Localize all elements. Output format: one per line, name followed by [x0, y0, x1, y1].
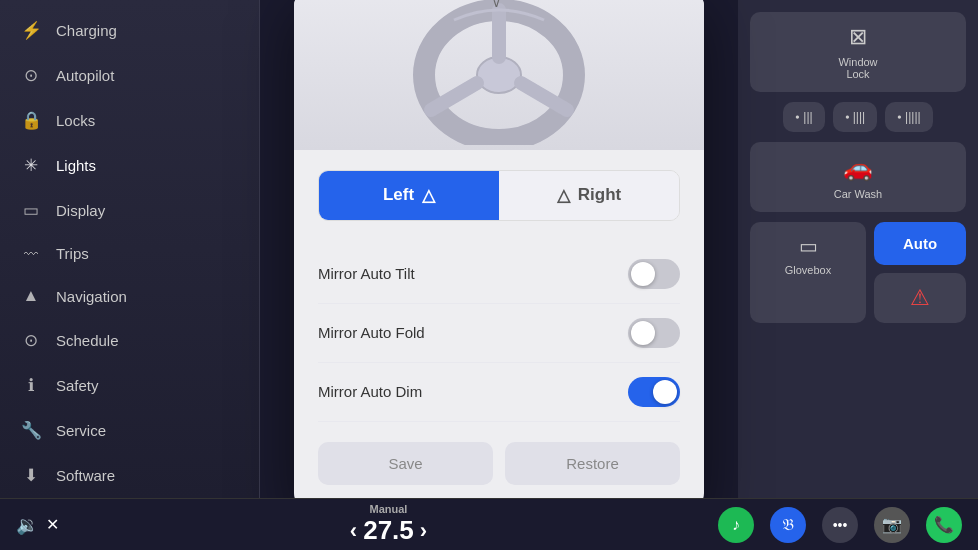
mirror-auto-fold-label: Mirror Auto Fold [318, 324, 425, 341]
sidebar-item-locks[interactable]: 🔒 Locks [0, 98, 259, 143]
navigation-icon: ▲ [20, 286, 42, 306]
sidebar-label-lights: Lights [56, 157, 96, 174]
save-button[interactable]: Save [318, 442, 493, 485]
spotify-icon: ♪ [732, 516, 740, 534]
safety-icon: ℹ [20, 375, 42, 396]
car-wash-icon: 🚗 [843, 154, 873, 182]
steering-illustration: ∨ [294, 0, 704, 150]
phone-button[interactable]: 📞 [926, 507, 962, 543]
mirror-auto-dim-toggle[interactable] [628, 377, 680, 407]
seat-heat-3[interactable]: ⦁ ||||| [885, 102, 933, 132]
window-lock-button[interactable]: ⊠ WindowLock [750, 12, 966, 92]
sidebar: ⚡ Charging ⊙ Autopilot 🔒 Locks ✳ Lights … [0, 0, 260, 498]
warning-button[interactable]: ⚠ [874, 273, 966, 323]
restore-button[interactable]: Restore [505, 442, 680, 485]
sidebar-item-schedule[interactable]: ⊙ Schedule [0, 318, 259, 363]
modal-body: Left △ △ Right Mirror Auto Tilt [294, 150, 704, 485]
glovebox-button[interactable]: ▭ Glovebox [750, 222, 866, 323]
mirror-auto-tilt-thumb [631, 262, 655, 286]
mirror-auto-fold-row: Mirror Auto Fold [318, 304, 680, 363]
mirror-auto-tilt-track [628, 259, 680, 289]
seat-heat-2-icon: ⦁ [845, 110, 849, 124]
seat-heater-row: ⦁ ||| ⦁ |||| ⦁ ||||| [750, 102, 966, 132]
car-wash-label: Car Wash [834, 188, 883, 200]
dots-icon: ••• [833, 517, 848, 533]
right-panel: ⊠ WindowLock ⦁ ||| ⦁ |||| ⦁ ||||| 🚗 Car … [738, 0, 978, 498]
auto-button[interactable]: Auto [874, 222, 966, 265]
warning-icon: ⚠ [910, 285, 930, 311]
seat-heat-2-bars: |||| [853, 110, 865, 124]
sidebar-label-schedule: Schedule [56, 332, 119, 349]
sidebar-label-safety: Safety [56, 377, 99, 394]
right-label: Right [578, 185, 621, 205]
more-button[interactable]: ••• [822, 507, 858, 543]
sidebar-item-safety[interactable]: ℹ Safety [0, 363, 259, 408]
svg-text:∨: ∨ [492, 0, 501, 10]
sidebar-item-software[interactable]: ⬇ Software [0, 453, 259, 498]
seat-heat-1-icon: ⦁ [795, 110, 799, 124]
left-mirror-icon: △ [422, 185, 435, 206]
glovebox-icon: ▭ [799, 234, 818, 258]
sidebar-label-display: Display [56, 202, 105, 219]
window-lock-label: WindowLock [838, 56, 877, 80]
sidebar-label-autopilot: Autopilot [56, 67, 114, 84]
mirror-auto-tilt-label: Mirror Auto Tilt [318, 265, 415, 282]
lights-icon: ✳ [20, 155, 42, 176]
side-selector: Left △ △ Right [318, 170, 680, 221]
bluetooth-icon: 𝔅 [782, 516, 794, 534]
temp-chevron-left[interactable]: ‹ [350, 518, 357, 544]
sidebar-label-software: Software [56, 467, 115, 484]
window-lock-icon: ⊠ [849, 24, 867, 50]
phone-icon: 📞 [934, 515, 954, 534]
volume-icon[interactable]: 🔉 [16, 514, 38, 536]
camera-icon: 📷 [882, 515, 902, 534]
taskbar-center: Manual ‹ 27.5 › [350, 503, 427, 546]
sidebar-item-trips[interactable]: 〰 Trips [0, 233, 259, 274]
sidebar-label-service: Service [56, 422, 106, 439]
seat-heat-2[interactable]: ⦁ |||| [833, 102, 877, 132]
schedule-icon: ⊙ [20, 330, 42, 351]
temp-chevron-right[interactable]: › [420, 518, 427, 544]
service-icon: 🔧 [20, 420, 42, 441]
mirror-auto-fold-thumb [631, 321, 655, 345]
trips-icon: 〰 [20, 246, 42, 262]
sidebar-item-lights[interactable]: ✳ Lights [0, 143, 259, 188]
mirror-auto-tilt-toggle[interactable] [628, 259, 680, 289]
seat-heat-3-icon: ⦁ [897, 110, 901, 124]
left-button[interactable]: Left △ [319, 171, 499, 220]
close-button[interactable]: ✕ [46, 515, 59, 534]
right-mirror-icon: △ [557, 185, 570, 206]
seat-heat-1[interactable]: ⦁ ||| [783, 102, 824, 132]
temperature-display: 27.5 [363, 515, 414, 546]
camera-button[interactable]: 📷 [874, 507, 910, 543]
bluetooth-button[interactable]: 𝔅 [770, 507, 806, 543]
mirror-auto-dim-label: Mirror Auto Dim [318, 383, 422, 400]
mirror-auto-tilt-row: Mirror Auto Tilt [318, 245, 680, 304]
mirror-auto-fold-toggle[interactable] [628, 318, 680, 348]
taskbar-right: ♪ 𝔅 ••• 📷 📞 [718, 507, 962, 543]
modal-actions: Save Restore [318, 442, 680, 485]
mirror-auto-dim-track [628, 377, 680, 407]
charging-icon: ⚡ [20, 20, 42, 41]
sidebar-item-charging[interactable]: ⚡ Charging [0, 8, 259, 53]
display-icon: ▭ [20, 200, 42, 221]
mirror-auto-fold-track [628, 318, 680, 348]
taskbar-left: 🔉 ✕ [16, 514, 59, 536]
sidebar-item-autopilot[interactable]: ⊙ Autopilot [0, 53, 259, 98]
sidebar-item-navigation[interactable]: ▲ Navigation [0, 274, 259, 318]
car-wash-button[interactable]: 🚗 Car Wash [750, 142, 966, 212]
spotify-button[interactable]: ♪ [718, 507, 754, 543]
glovebox-label: Glovebox [785, 264, 831, 276]
sidebar-item-display[interactable]: ▭ Display [0, 188, 259, 233]
mirror-auto-dim-row: Mirror Auto Dim [318, 363, 680, 422]
taskbar: 🔉 ✕ Manual ‹ 27.5 › ♪ 𝔅 ••• 📷 📞 [0, 498, 978, 550]
sidebar-label-locks: Locks [56, 112, 95, 129]
right-button[interactable]: △ Right [499, 171, 679, 220]
autopilot-icon: ⊙ [20, 65, 42, 86]
sidebar-item-service[interactable]: 🔧 Service [0, 408, 259, 453]
lock-icon: 🔒 [20, 110, 42, 131]
left-label: Left [383, 185, 414, 205]
seat-heat-1-bars: ||| [803, 110, 812, 124]
sidebar-label-trips: Trips [56, 245, 89, 262]
mirror-auto-dim-thumb [653, 380, 677, 404]
